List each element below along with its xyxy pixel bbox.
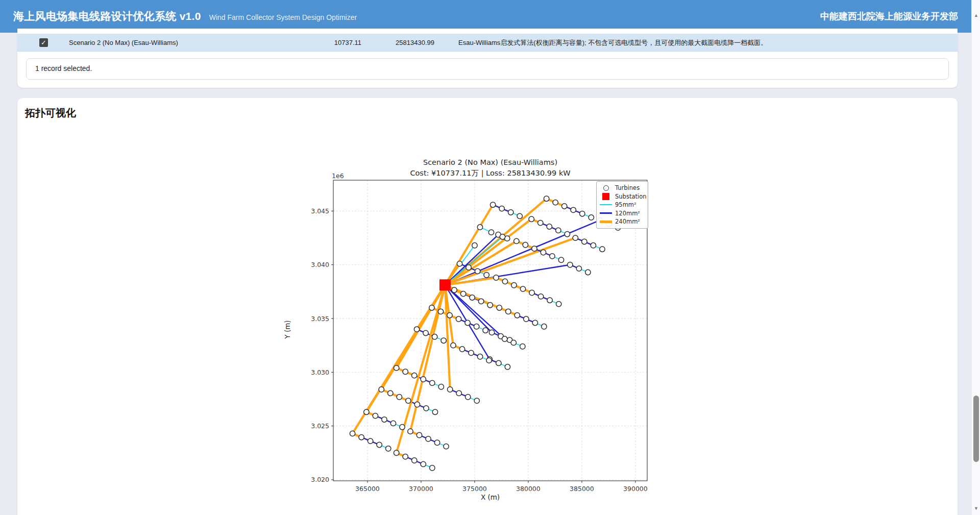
- svg-text:370000: 370000: [409, 485, 433, 493]
- turbine-marker-icon: [599, 185, 612, 191]
- results-card: ✓ Scenario 2 (No Max) (Esau-Williams) 10…: [17, 29, 958, 88]
- legend-entry: 240mm²: [599, 217, 645, 226]
- cell-loss: 25813430.99: [348, 34, 434, 52]
- svg-text:3.025: 3.025: [311, 422, 329, 430]
- y-axis-label: Y (m): [283, 302, 292, 358]
- svg-text:390000: 390000: [623, 485, 648, 493]
- legend-label: 120mm²: [615, 210, 640, 217]
- legend-label: Turbines: [615, 184, 640, 191]
- legend-entry: Substation: [599, 192, 645, 201]
- row-checkbox[interactable]: ✓: [39, 38, 48, 47]
- svg-text:375000: 375000: [462, 485, 487, 493]
- substation-marker-icon: [599, 193, 612, 200]
- svg-text:385000: 385000: [570, 485, 594, 493]
- svg-text:3.020: 3.020: [311, 476, 329, 483]
- svg-text:380000: 380000: [516, 485, 541, 493]
- vertical-scrollbar[interactable]: ▲ ▼: [971, 0, 980, 515]
- section-title: 拓扑可视化: [25, 106, 76, 120]
- svg-text:3.030: 3.030: [311, 369, 329, 376]
- svg-text:365000: 365000: [355, 485, 380, 493]
- scrollbar-thumb[interactable]: [973, 396, 979, 462]
- cable-line-icon: [599, 204, 612, 205]
- scrollbar-down-arrow-icon[interactable]: ▼: [972, 504, 980, 513]
- cable-line-icon: [599, 220, 612, 223]
- legend-label: 240mm²: [615, 218, 640, 225]
- cell-description: Esau-Williams启发式算法(权衡距离与容量); 不包含可选电缆型号，且…: [458, 34, 767, 52]
- legend-entry: 95mm²: [599, 201, 645, 209]
- svg-text:3.035: 3.035: [311, 315, 329, 323]
- cell-scenario-name: Scenario 2 (No Max) (Esau-Williams): [69, 34, 178, 52]
- page: 海上风电场集电线路设计优化系统 v1.0 Wind Farm Collector…: [0, 0, 980, 515]
- x-axis-label: X (m): [333, 493, 647, 501]
- legend-entry: 120mm²: [599, 209, 645, 218]
- legend-label: 95mm²: [615, 201, 636, 208]
- app-org-label: 中能建西北院海上能源业务开发部: [820, 10, 958, 22]
- topology-card: 拓扑可视化 Scenario 2 (No Max) (Esau-Williams…: [17, 98, 958, 515]
- selection-footer: 1 record selected.: [26, 58, 949, 80]
- cable-line-icon: [599, 212, 612, 214]
- topology-figure: Scenario 2 (No Max) (Esau-Williams) Cost…: [276, 153, 662, 510]
- table-row[interactable]: ✓ Scenario 2 (No Max) (Esau-Williams) 10…: [17, 34, 958, 52]
- chart-legend: TurbinesSubstation95mm²120mm²240mm²: [596, 181, 648, 229]
- app-subtitle: Wind Farm Collector System Design Optimi…: [209, 13, 357, 21]
- scrollbar-up-arrow-icon[interactable]: ▲: [972, 11, 980, 20]
- legend-label: Substation: [615, 193, 646, 200]
- app-header: 海上风电场集电线路设计优化系统 v1.0 Wind Farm Collector…: [0, 0, 971, 33]
- app-title: 海上风电场集电线路设计优化系统 v1.0: [13, 9, 201, 23]
- svg-text:3.045: 3.045: [311, 207, 329, 215]
- svg-text:3.040: 3.040: [311, 261, 329, 268]
- legend-entry: Turbines: [599, 184, 645, 192]
- selection-count-label: 1 record selected.: [35, 64, 948, 72]
